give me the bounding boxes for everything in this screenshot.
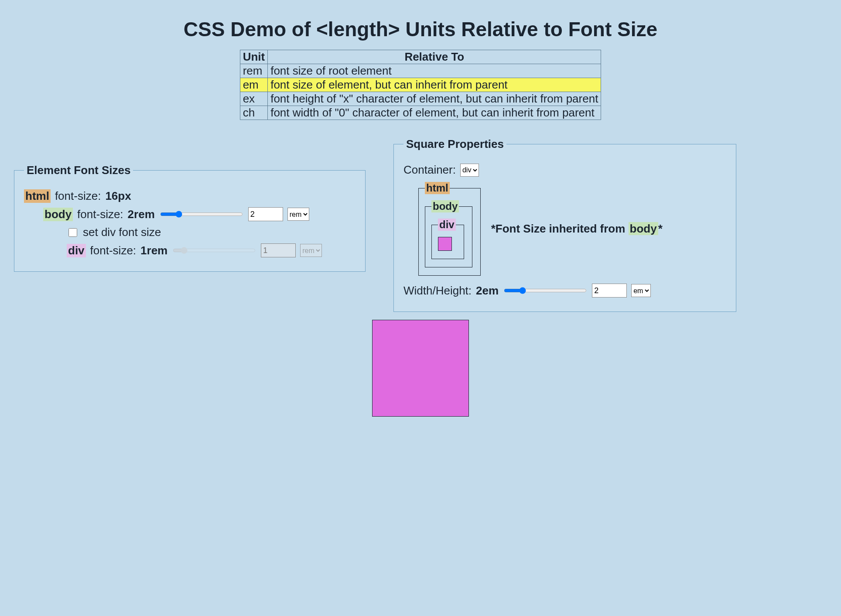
- unit-cell: rem: [240, 64, 268, 78]
- table-row: rem font size of root element: [240, 64, 601, 78]
- html-font-row: html font-size: 16px: [24, 189, 356, 203]
- unit-cell: ch: [240, 106, 268, 120]
- units-table: Unit Relative To rem font size of root e…: [240, 50, 602, 120]
- html-font-label: font-size:: [55, 189, 101, 203]
- note-body-tag: body: [629, 222, 658, 235]
- font-inherit-note: *Font Size inherited from body*: [491, 222, 663, 236]
- wh-slider[interactable]: [504, 286, 587, 295]
- nest-div: div: [431, 219, 464, 259]
- note-suffix: *: [658, 222, 663, 235]
- nest-body: body div: [425, 200, 472, 267]
- div-font-slider: [173, 246, 256, 255]
- square-properties-panel: Square Properties Container: div html bo…: [393, 137, 736, 312]
- desc-cell: font width of "0" character of element, …: [268, 106, 601, 120]
- div-font-value: 1rem: [140, 244, 168, 257]
- element-font-sizes-panel: Element Font Sizes html font-size: 16px …: [14, 164, 366, 272]
- body-font-unit-select[interactable]: rem: [287, 208, 309, 221]
- width-height-row: Width/Height: 2em em: [403, 284, 726, 298]
- wh-unit-select[interactable]: em: [631, 284, 651, 297]
- set-div-checkbox-row: set div font size: [67, 226, 356, 239]
- unit-cell: ex: [240, 92, 268, 106]
- table-row: em font size of element, but can inherit…: [240, 78, 601, 92]
- container-row: Container: div: [403, 163, 726, 177]
- body-font-label: font-size:: [77, 208, 123, 221]
- table-row: ex font height of "x" character of eleme…: [240, 92, 601, 106]
- nest-html-legend: html: [425, 182, 450, 194]
- body-font-slider[interactable]: [160, 210, 243, 219]
- div-font-unit-select: rem: [300, 244, 322, 257]
- square-props-legend: Square Properties: [403, 137, 506, 151]
- nest-html: html body div: [418, 182, 481, 276]
- table-row: ch font width of "0" character of elemen…: [240, 106, 601, 120]
- wh-label: Width/Height:: [403, 284, 472, 298]
- wh-number[interactable]: [592, 284, 627, 298]
- nest-body-legend: body: [431, 200, 459, 212]
- inner-square-preview: [438, 237, 452, 251]
- th-unit: Unit: [240, 50, 268, 64]
- html-font-value: 16px: [105, 189, 131, 203]
- nest-div-legend: div: [438, 219, 456, 231]
- body-font-row: body font-size: 2rem rem: [43, 207, 356, 221]
- div-font-row: div font-size: 1rem rem: [67, 243, 356, 257]
- desc-cell: font height of "x" character of element,…: [268, 92, 601, 106]
- body-tag-label: body: [43, 208, 73, 221]
- div-tag-label: div: [67, 244, 86, 257]
- page-title: CSS Demo of <length> Units Relative to F…: [13, 17, 828, 41]
- html-tag-label: html: [24, 189, 51, 203]
- container-select[interactable]: div: [460, 164, 479, 177]
- body-font-number[interactable]: [248, 207, 283, 221]
- th-relative-to: Relative To: [268, 50, 601, 64]
- note-prefix: *Font Size inherited from: [491, 222, 629, 235]
- desc-cell: font size of element, but can inherit fr…: [268, 78, 601, 92]
- container-label: Container:: [403, 163, 456, 177]
- div-font-number: [261, 243, 296, 257]
- body-font-value: 2rem: [128, 208, 155, 221]
- font-sizes-legend: Element Font Sizes: [24, 164, 133, 177]
- wh-value: 2em: [476, 284, 499, 298]
- set-div-font-label: set div font size: [83, 226, 161, 239]
- div-font-label: font-size:: [90, 244, 137, 257]
- unit-cell: em: [240, 78, 268, 92]
- desc-cell: font size of root element: [268, 64, 601, 78]
- result-square: [372, 320, 469, 417]
- set-div-font-checkbox[interactable]: [68, 228, 77, 237]
